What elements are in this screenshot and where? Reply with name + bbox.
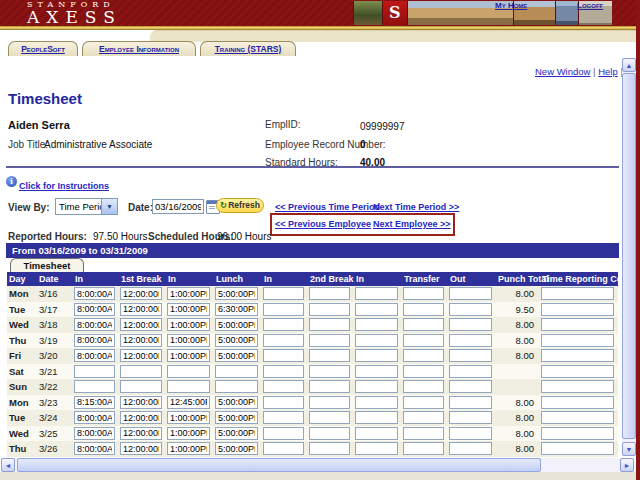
time-entry-input[interactable] [74,442,115,455]
time-reporting-code-input[interactable] [541,287,614,300]
time-entry-input[interactable] [74,318,115,331]
time-entry-input[interactable] [263,427,304,440]
time-entry-input[interactable] [215,318,258,331]
time-entry-input[interactable] [403,349,444,362]
time-entry-input[interactable] [74,411,115,424]
timesheet-tab[interactable]: Timesheet [10,258,84,273]
time-entry-input[interactable] [449,442,492,455]
time-entry-input[interactable] [309,380,350,393]
time-entry-input[interactable] [167,396,210,409]
time-entry-input[interactable] [355,318,398,331]
time-entry-input[interactable] [263,365,304,378]
time-entry-input[interactable] [263,349,304,362]
time-entry-input[interactable] [355,365,398,378]
time-entry-input[interactable] [120,303,162,316]
time-entry-input[interactable] [309,365,350,378]
time-entry-input[interactable] [120,318,162,331]
time-entry-input[interactable] [74,287,115,300]
time-entry-input[interactable] [449,427,492,440]
time-entry-input[interactable] [403,380,444,393]
horizontal-scrollbar-thumb[interactable] [17,458,541,472]
time-entry-input[interactable] [167,442,210,455]
time-entry-input[interactable] [309,287,350,300]
time-entry-input[interactable] [449,349,492,362]
scroll-down-icon[interactable]: ▼ [622,442,636,456]
time-entry-input[interactable] [215,380,258,393]
date-input[interactable] [152,199,204,214]
time-entry-input[interactable] [120,442,162,455]
time-entry-input[interactable] [74,365,115,378]
time-entry-input[interactable] [309,318,350,331]
time-entry-input[interactable] [263,318,304,331]
time-entry-input[interactable] [120,396,162,409]
time-reporting-code-input[interactable] [541,365,614,378]
time-entry-input[interactable] [403,287,444,300]
view-by-select[interactable]: Time Period ▼ [55,198,118,215]
time-entry-input[interactable] [120,411,162,424]
time-entry-input[interactable] [167,380,210,393]
scroll-right-icon[interactable]: ► [620,458,634,472]
time-entry-input[interactable] [355,396,398,409]
time-entry-input[interactable] [263,303,304,316]
vertical-scrollbar-thumb[interactable] [622,73,636,439]
time-entry-input[interactable] [355,349,398,362]
time-entry-input[interactable] [120,380,162,393]
previous-time-period-link[interactable]: << Previous Time Period [275,202,380,212]
my-home-link[interactable]: My Home [495,1,527,10]
time-entry-input[interactable] [355,380,398,393]
time-entry-input[interactable] [403,365,444,378]
time-entry-input[interactable] [355,334,398,347]
time-reporting-code-input[interactable] [541,303,614,316]
time-entry-input[interactable] [215,365,258,378]
time-entry-input[interactable] [263,334,304,347]
time-entry-input[interactable] [167,411,210,424]
time-entry-input[interactable] [309,411,350,424]
time-entry-input[interactable] [403,303,444,316]
time-entry-input[interactable] [167,365,210,378]
time-entry-input[interactable] [167,303,210,316]
time-entry-input[interactable] [215,334,258,347]
time-entry-input[interactable] [309,303,350,316]
time-entry-input[interactable] [355,303,398,316]
time-entry-input[interactable] [449,365,492,378]
tab-peoplesoft[interactable]: PeopleSoft [8,41,78,56]
time-reporting-code-input[interactable] [541,349,614,362]
time-entry-input[interactable] [74,303,115,316]
time-entry-input[interactable] [215,287,258,300]
time-entry-input[interactable] [403,442,444,455]
time-entry-input[interactable] [263,442,304,455]
scroll-up-icon[interactable]: ▲ [622,58,636,72]
time-reporting-code-input[interactable] [541,411,614,424]
time-entry-input[interactable] [74,349,115,362]
scroll-left-icon[interactable]: ◄ [1,458,15,472]
time-entry-input[interactable] [215,427,258,440]
time-entry-input[interactable] [403,334,444,347]
tab-training-stars[interactable]: Training (STARS) [200,41,296,56]
time-reporting-code-input[interactable] [541,334,614,347]
time-entry-input[interactable] [309,334,350,347]
time-entry-input[interactable] [355,427,398,440]
logoff-link[interactable]: Logoff [577,1,603,10]
time-entry-input[interactable] [215,396,258,409]
time-entry-input[interactable] [215,442,258,455]
time-entry-input[interactable] [309,349,350,362]
time-entry-input[interactable] [403,411,444,424]
time-entry-input[interactable] [449,396,492,409]
time-reporting-code-input[interactable] [541,442,614,455]
time-entry-input[interactable] [263,380,304,393]
time-entry-input[interactable] [309,442,350,455]
info-icon[interactable]: i [6,176,17,187]
time-entry-input[interactable] [74,396,115,409]
time-entry-input[interactable] [215,411,258,424]
time-reporting-code-input[interactable] [541,318,614,331]
time-entry-input[interactable] [449,380,492,393]
time-entry-input[interactable] [167,318,210,331]
time-entry-input[interactable] [215,303,258,316]
time-entry-input[interactable] [263,411,304,424]
time-entry-input[interactable] [74,427,115,440]
time-entry-input[interactable] [74,380,115,393]
time-entry-input[interactable] [449,411,492,424]
time-entry-input[interactable] [167,427,210,440]
time-entry-input[interactable] [167,349,210,362]
time-entry-input[interactable] [449,303,492,316]
